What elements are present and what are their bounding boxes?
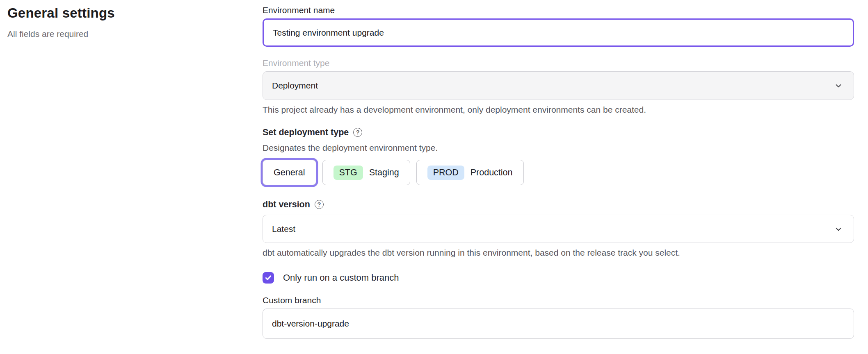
checkmark-icon bbox=[265, 274, 272, 281]
environment-type-helper: This project already has a development e… bbox=[263, 105, 854, 114]
deployment-type-label: Set deployment type ? bbox=[263, 128, 854, 137]
chevron-down-icon bbox=[833, 80, 844, 91]
custom-branch-toggle-label[interactable]: Only run on a custom branch bbox=[283, 272, 399, 283]
environment-settings-form: Environment name Environment type Deploy… bbox=[263, 6, 854, 339]
dbt-version-value: Latest bbox=[272, 224, 295, 234]
staging-badge: STG bbox=[333, 166, 363, 180]
staging-button-label: Staging bbox=[369, 168, 399, 178]
page-subtitle: All fields are required bbox=[7, 29, 237, 39]
environment-type-select[interactable]: Deployment bbox=[263, 71, 854, 100]
general-button-label: General bbox=[274, 168, 305, 178]
deployment-type-production-button[interactable]: PROD Production bbox=[416, 160, 524, 185]
dbt-version-label-text: dbt version bbox=[263, 200, 310, 209]
dbt-version-helper: dbt automatically upgrades the dbt versi… bbox=[263, 248, 854, 257]
deployment-type-general-button[interactable]: General bbox=[263, 160, 316, 185]
custom-branch-checkbox[interactable] bbox=[263, 272, 274, 284]
chevron-down-icon bbox=[833, 224, 844, 234]
help-icon[interactable]: ? bbox=[353, 128, 362, 137]
settings-header: General settings All fields are required bbox=[7, 5, 237, 39]
deployment-type-label-text: Set deployment type bbox=[263, 128, 349, 137]
page-title: General settings bbox=[7, 5, 237, 21]
deployment-type-staging-button[interactable]: STG Staging bbox=[322, 160, 410, 185]
custom-branch-input[interactable] bbox=[263, 309, 854, 339]
deployment-type-description: Designates the deployment environment ty… bbox=[263, 143, 854, 152]
deployment-type-options: General STG Staging PROD Production bbox=[263, 160, 854, 185]
dbt-version-label: dbt version ? bbox=[263, 200, 854, 209]
help-icon[interactable]: ? bbox=[315, 200, 324, 209]
production-button-label: Production bbox=[471, 168, 513, 178]
environment-name-label: Environment name bbox=[263, 6, 854, 15]
environment-name-input[interactable] bbox=[263, 18, 854, 47]
environment-type-label: Environment type bbox=[263, 59, 854, 68]
dbt-version-select[interactable]: Latest bbox=[263, 215, 854, 243]
production-badge: PROD bbox=[427, 166, 464, 180]
custom-branch-toggle-row: Only run on a custom branch bbox=[263, 272, 854, 284]
environment-type-value: Deployment bbox=[272, 81, 318, 91]
custom-branch-label: Custom branch bbox=[263, 296, 854, 305]
